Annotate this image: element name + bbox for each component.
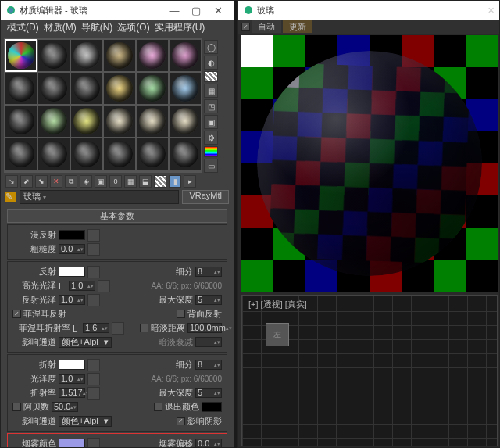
palette-slot[interactable]: [137, 73, 168, 104]
reflect-gloss-map-slot[interactable]: [88, 294, 100, 306]
preview-close-button[interactable]: ✕: [488, 5, 495, 16]
refract-gloss-spinner[interactable]: 1.0▴▾: [59, 374, 85, 384]
palette-slot[interactable]: [71, 138, 102, 170]
make-unique-icon[interactable]: ◈: [80, 175, 92, 188]
highlight-gloss-spinner[interactable]: 1.0▴▾: [69, 281, 95, 291]
refract-gloss-map-slot[interactable]: [88, 373, 100, 385]
affect-shadow-checkbox[interactable]: ✓: [177, 417, 185, 425]
diffuse-map-slot[interactable]: [88, 229, 100, 242]
titlebar[interactable]: 材质编辑器 - 玻璃 — ▢ ✕: [1, 1, 234, 20]
reflect-subdiv-spinner[interactable]: 8▴▾: [195, 267, 222, 277]
options-icon[interactable]: ⚙: [204, 131, 218, 145]
palette-slot[interactable]: [5, 138, 37, 170]
maximize-button[interactable]: ▢: [185, 5, 207, 16]
dim-distance-checkbox[interactable]: [140, 324, 148, 332]
menu-material[interactable]: 材质(M): [42, 21, 78, 34]
reflect-affect-dropdown[interactable]: 颜色+Alpl▾: [59, 337, 112, 348]
reset-icon[interactable]: ✕: [50, 175, 62, 188]
palette-slot[interactable]: [5, 73, 37, 104]
menu-utilities[interactable]: 实用程序(U): [153, 21, 207, 34]
reflect-swatch[interactable]: [59, 267, 85, 277]
menu-navigate[interactable]: 导航(N): [80, 21, 115, 34]
palette-slot[interactable]: [137, 138, 168, 170]
menu-options[interactable]: 选项(O): [116, 21, 151, 34]
show-end-result-icon[interactable]: ⬓: [139, 175, 152, 188]
back-reflect-checkbox[interactable]: [177, 310, 185, 318]
show-map-icon[interactable]: [154, 175, 166, 188]
show-in-viewport-icon[interactable]: ▦: [124, 175, 137, 188]
palette-slot[interactable]: [71, 73, 102, 104]
refract-subdiv-spinner[interactable]: 8▴▾: [195, 360, 222, 370]
fog-color-map-slot[interactable]: [88, 438, 100, 449]
ior-spinner[interactable]: 1.517▴▾: [59, 388, 85, 398]
get-material-icon[interactable]: ↘: [5, 175, 18, 188]
viewcube[interactable]: 左: [266, 323, 289, 346]
fog-color-swatch[interactable]: [59, 439, 85, 448]
color-swatch-icon[interactable]: [204, 146, 218, 157]
material-type-button[interactable]: VRayMtl: [182, 190, 229, 204]
palette-slot[interactable]: [38, 73, 70, 104]
palette-slot[interactable]: [170, 106, 201, 137]
fresnel-ior-spinner[interactable]: 1.6▴▾: [83, 323, 109, 333]
exit-color-checkbox[interactable]: [154, 403, 162, 411]
palette-slot[interactable]: [104, 40, 135, 71]
close-button[interactable]: ✕: [207, 5, 229, 16]
reflect-maxdepth-spinner[interactable]: 5▴▾: [195, 295, 222, 305]
exit-color-swatch[interactable]: [202, 402, 222, 412]
minimize-button[interactable]: —: [163, 5, 185, 16]
palette-slot[interactable]: [38, 138, 70, 170]
refract-map-slot[interactable]: [88, 359, 100, 371]
abbe-checkbox[interactable]: [12, 403, 21, 411]
roughness-spinner[interactable]: 0.0▴▾: [59, 244, 85, 254]
menu-mode[interactable]: 模式(D): [5, 21, 41, 34]
palette-slot[interactable]: [71, 106, 102, 137]
background-icon[interactable]: [204, 71, 218, 82]
tab-auto[interactable]: 自动: [252, 20, 281, 33]
palette-slot[interactable]: [137, 106, 168, 137]
reflect-gloss-spinner[interactable]: 1.0▴▾: [59, 295, 85, 305]
palette-slot[interactable]: [104, 106, 135, 137]
put-to-scene-icon[interactable]: ⬈: [20, 175, 33, 188]
auto-checkbox[interactable]: ✓: [241, 23, 250, 31]
palette-slot[interactable]: [38, 40, 70, 71]
diffuse-swatch[interactable]: [59, 230, 85, 240]
palette-slot[interactable]: [104, 73, 135, 104]
slot-icon[interactable]: ▭: [204, 159, 218, 173]
fresnel-ior-map-slot[interactable]: [112, 322, 124, 335]
palette-slot[interactable]: [170, 40, 201, 71]
palette-slot[interactable]: [71, 40, 102, 71]
pick-material-icon[interactable]: ✎: [5, 192, 16, 202]
fog-bias-spinner[interactable]: 0.0▴▾: [195, 439, 222, 448]
palette-slot[interactable]: [137, 40, 168, 71]
refract-maxdepth-spinner[interactable]: 5▴▾: [195, 388, 222, 398]
palette-slot[interactable]: [170, 138, 201, 170]
section-basic-params[interactable]: 基本参数: [7, 209, 227, 223]
preview-titlebar[interactable]: 玻璃 ✕: [238, 1, 499, 20]
dim-distance-spinner[interactable]: 100.0mm▴▾: [188, 323, 222, 333]
sample-type-icon[interactable]: ◯: [204, 40, 218, 54]
roughness-map-slot[interactable]: [88, 243, 100, 256]
backlight-icon[interactable]: ◐: [204, 56, 218, 70]
put-to-library-icon[interactable]: ▣: [95, 175, 107, 188]
material-id-icon[interactable]: 0: [109, 175, 122, 188]
palette-slot[interactable]: [38, 106, 70, 137]
fresnel-checkbox[interactable]: ✓: [12, 310, 21, 318]
uv-tile-icon[interactable]: ▦: [204, 84, 218, 98]
go-forward-icon[interactable]: ▸: [184, 175, 196, 188]
palette-slot[interactable]: [5, 106, 37, 137]
preview-icon[interactable]: ▣: [204, 115, 218, 129]
refract-swatch[interactable]: [59, 360, 85, 370]
make-copy-icon[interactable]: ⧉: [65, 175, 77, 188]
ior-map-slot[interactable]: [88, 387, 100, 400]
viewport-label[interactable]: [+] [透视] [真实]: [248, 299, 307, 310]
reflect-map-slot[interactable]: [88, 266, 100, 278]
go-parent-icon[interactable]: ▮: [169, 175, 181, 188]
abbe-spinner[interactable]: 50.0▴▾: [52, 402, 78, 412]
viewport[interactable]: [+] [透视] [真实] 左: [241, 295, 498, 446]
refract-affect-dropdown[interactable]: 颜色+Alpl▾: [59, 416, 112, 427]
material-name-input[interactable]: 玻璃 ▾: [20, 190, 179, 204]
palette-slot[interactable]: [170, 73, 201, 104]
palette-slot[interactable]: [104, 138, 135, 170]
assign-icon[interactable]: ⬊: [35, 175, 48, 188]
video-check-icon[interactable]: ◳: [204, 99, 218, 113]
